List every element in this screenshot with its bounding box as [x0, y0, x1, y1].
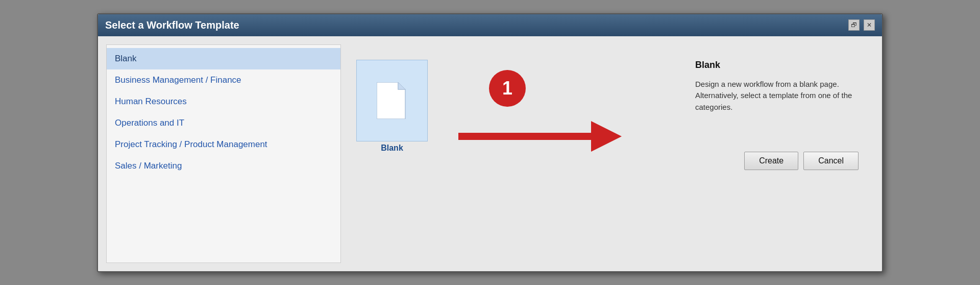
dialog-titlebar: Select a Workflow Template 🗗 ✕ [98, 14, 882, 36]
sidebar-item-hr[interactable]: Human Resources [107, 91, 340, 112]
description-text: Design a new workflow from a blank page.… [695, 79, 859, 113]
sidebar-item-ops[interactable]: Operations and IT [107, 112, 340, 134]
sidebar-item-blank[interactable]: Blank [107, 48, 340, 69]
titlebar-controls: 🗗 ✕ [848, 19, 875, 31]
action-buttons: Create Cancel [695, 152, 859, 170]
sidebar-item-sales[interactable]: Sales / Marketing [107, 155, 340, 177]
blank-file-icon [377, 82, 407, 119]
step-badge: 1 [489, 70, 526, 107]
step-number: 1 [502, 78, 512, 99]
arrow-indicator [458, 116, 622, 157]
template-item-blank[interactable]: Blank [356, 60, 428, 153]
main-content: Blank 1 Blank Design a new workflow from… [341, 44, 874, 263]
svg-marker-3 [591, 121, 622, 152]
description-area: Blank Design a new workflow from a blank… [695, 55, 859, 171]
dialog-title: Select a Workflow Template [105, 19, 239, 31]
template-icon-box [356, 60, 428, 141]
restore-button[interactable]: 🗗 [848, 19, 860, 31]
sidebar-item-business[interactable]: Business Management / Finance [107, 69, 340, 91]
svg-marker-1 [398, 82, 405, 89]
dialog-body: Blank Business Management / Finance Huma… [98, 36, 882, 271]
category-sidebar: Blank Business Management / Finance Huma… [106, 44, 341, 263]
description-title: Blank [695, 60, 859, 70]
create-button[interactable]: Create [744, 152, 798, 170]
workflow-template-dialog: Select a Workflow Template 🗗 ✕ Blank Bus… [97, 13, 883, 272]
templates-area: Blank [356, 55, 428, 153]
close-icon: ✕ [867, 21, 872, 29]
close-button[interactable]: ✕ [864, 19, 875, 31]
sidebar-item-project[interactable]: Project Tracking / Product Management [107, 134, 340, 155]
arrow-area: 1 [458, 55, 665, 96]
restore-icon: 🗗 [851, 21, 857, 29]
template-label: Blank [381, 144, 403, 153]
cancel-button[interactable]: Cancel [803, 152, 859, 170]
